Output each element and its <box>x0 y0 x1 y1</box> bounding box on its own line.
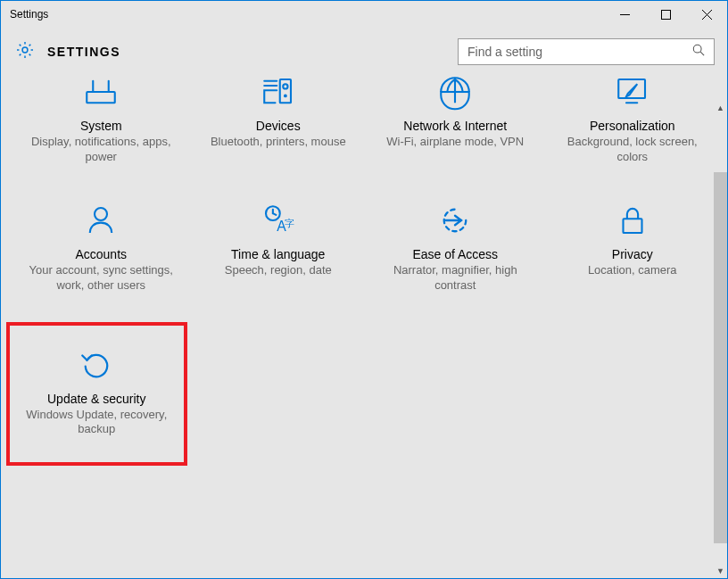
tile-accounts[interactable]: Accounts Your account, sync settings, wo… <box>15 195 187 299</box>
svg-rect-7 <box>87 92 116 103</box>
tile-desc: Your account, sync settings, work, other… <box>24 263 178 294</box>
tile-title: Privacy <box>612 247 653 261</box>
ease-icon <box>436 197 474 244</box>
time-icon: A 字 <box>260 197 297 244</box>
scroll-up-icon[interactable]: ▲ <box>714 101 727 115</box>
content-area: SETTINGS Find a setting System <box>1 28 727 578</box>
tile-desc: Bluetooth, printers, mouse <box>211 135 346 150</box>
svg-point-14 <box>285 95 286 97</box>
settings-title: SETTINGS <box>47 45 120 59</box>
svg-point-5 <box>693 45 701 53</box>
svg-point-4 <box>22 47 28 53</box>
tile-desc: Display, notifications, apps, power <box>24 135 178 165</box>
svg-point-13 <box>283 84 287 88</box>
tile-privacy[interactable]: Privacy Location, camera <box>547 195 719 299</box>
tile-desc: Background, lock screen, colors <box>556 135 710 165</box>
svg-line-22 <box>273 213 277 215</box>
main-panel: SETTINGS Find a setting System <box>1 28 727 578</box>
window-controls <box>604 1 727 28</box>
titlebar: Settings <box>1 1 727 28</box>
svg-line-6 <box>700 52 704 55</box>
devices-icon <box>260 69 297 115</box>
close-button[interactable] <box>686 1 727 28</box>
tile-title: Time & language <box>231 247 325 261</box>
tile-title: Update & security <box>47 392 146 406</box>
network-icon <box>436 69 474 115</box>
accounts-icon <box>82 197 120 244</box>
tile-system[interactable]: System Display, notifications, apps, pow… <box>15 67 187 170</box>
scroll-down-icon[interactable]: ▼ <box>714 564 727 578</box>
tile-title: Personalization <box>590 119 675 133</box>
svg-point-19 <box>95 208 107 220</box>
tile-update-security[interactable]: Update & security Windows Update, recove… <box>6 322 187 467</box>
privacy-icon <box>614 197 651 244</box>
system-icon <box>82 69 120 115</box>
search-icon <box>692 44 705 60</box>
tile-time-language[interactable]: A 字 Time & language Speech, region, date <box>193 195 365 299</box>
tile-title: Ease of Access <box>412 247 498 261</box>
search-input[interactable]: Find a setting <box>458 38 715 65</box>
search-placeholder: Find a setting <box>467 45 542 59</box>
tile-desc: Narrator, magnifier, high contrast <box>378 263 533 294</box>
tile-desc: Windows Update, recovery, backup <box>19 408 175 438</box>
tile-desc: Speech, region, date <box>225 263 332 278</box>
scroll-thumb[interactable] <box>714 172 727 543</box>
tile-desc: Location, camera <box>588 263 677 278</box>
scrollbar[interactable]: ▲ ▼ <box>714 101 727 578</box>
minimize-button[interactable] <box>604 1 645 28</box>
personalization-icon <box>614 69 651 115</box>
gear-icon <box>15 40 35 63</box>
update-icon <box>78 342 115 388</box>
maximize-button[interactable] <box>645 1 686 28</box>
tile-network[interactable]: Network & Internet Wi-Fi, airplane mode,… <box>369 67 542 170</box>
tile-desc: Wi-Fi, airplane mode, VPN <box>386 135 524 150</box>
tile-title: Accounts <box>75 247 127 261</box>
svg-rect-12 <box>280 79 291 103</box>
tile-title: Devices <box>256 119 301 133</box>
tile-ease-of-access[interactable]: Ease of Access Narrator, magnifier, high… <box>369 195 542 299</box>
svg-rect-1 <box>661 10 670 19</box>
svg-text:字: 字 <box>285 218 294 228</box>
window-title: Settings <box>10 8 48 21</box>
tile-devices[interactable]: Devices Bluetooth, printers, mouse <box>193 67 365 170</box>
tile-title: Network & Internet <box>403 119 507 133</box>
tile-title: System <box>80 119 122 133</box>
tile-personalization[interactable]: Personalization Background, lock screen,… <box>547 67 719 170</box>
svg-rect-26 <box>623 219 641 233</box>
settings-grid: System Display, notifications, apps, pow… <box>15 67 722 466</box>
settings-header: SETTINGS Find a setting <box>15 38 722 65</box>
